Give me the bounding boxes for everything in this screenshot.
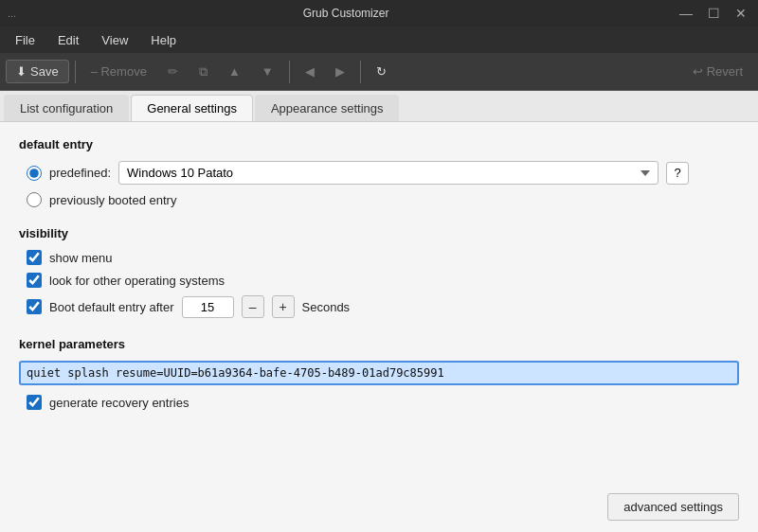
kernel-parameters-title: kernel parameters bbox=[19, 337, 739, 351]
look-other-os-label: look for other operating systems bbox=[49, 274, 225, 288]
kernel-parameters-section: kernel parameters generate recovery entr… bbox=[19, 337, 739, 410]
refresh-icon: ↻ bbox=[376, 64, 387, 79]
show-menu-row: show menu bbox=[27, 250, 739, 265]
visibility-section: visibility show menu look for other oper… bbox=[19, 226, 739, 318]
refresh-button[interactable]: ↻ bbox=[367, 61, 396, 82]
restore-button[interactable]: ☐ bbox=[704, 6, 724, 21]
boot-default-label: Boot default entry after bbox=[49, 300, 174, 314]
revert-button[interactable]: ↩ Revert bbox=[683, 61, 752, 82]
tab-appearance-settings[interactable]: Appearance settings bbox=[255, 95, 400, 121]
increment-icon: + bbox=[279, 299, 286, 314]
up-icon: ▲ bbox=[228, 64, 241, 79]
predefined-label: predefined: bbox=[49, 166, 111, 180]
boot-default-checkbox[interactable] bbox=[27, 299, 42, 314]
seconds-label: Seconds bbox=[302, 300, 351, 314]
previously-booted-label: previously booted entry bbox=[49, 193, 176, 207]
default-entry-section: default entry predefined: Windows 10 Pat… bbox=[19, 137, 739, 207]
predefined-radio[interactable] bbox=[27, 166, 42, 181]
toolbar-separator-3 bbox=[360, 61, 361, 83]
toolbar-separator-2 bbox=[289, 61, 290, 83]
visibility-title: visibility bbox=[19, 226, 739, 240]
advanced-settings-label: advanced settings bbox=[623, 500, 723, 514]
minimize-button[interactable]: — bbox=[676, 6, 696, 21]
edit-icon: ✏ bbox=[168, 64, 178, 79]
forward-button[interactable]: ▶ bbox=[326, 61, 354, 82]
revert-icon: ↩ bbox=[693, 64, 703, 79]
save-button[interactable]: ⬇ Save bbox=[6, 60, 69, 83]
remove-button[interactable]: – Remove bbox=[81, 61, 156, 82]
menu-view[interactable]: View bbox=[92, 29, 137, 51]
increment-button[interactable]: + bbox=[272, 295, 295, 318]
generate-recovery-checkbox[interactable] bbox=[27, 395, 42, 410]
copy-button[interactable]: ⧉ bbox=[190, 61, 217, 83]
look-other-os-row: look for other operating systems bbox=[27, 273, 739, 288]
menubar: File Edit View Help bbox=[0, 27, 758, 53]
previously-booted-row: previously booted entry bbox=[27, 192, 739, 207]
titlebar-controls: — ☐ ✕ bbox=[676, 6, 750, 21]
tab-bar: List configuration General settings Appe… bbox=[0, 91, 758, 122]
titlebar-dots: ... bbox=[8, 8, 16, 19]
help-button[interactable]: ? bbox=[666, 162, 689, 185]
boot-default-row: Boot default entry after – + Seconds bbox=[27, 295, 739, 318]
default-entry-title: default entry bbox=[19, 137, 739, 151]
kernel-parameters-input[interactable] bbox=[19, 361, 739, 385]
copy-icon: ⧉ bbox=[199, 64, 208, 80]
move-down-button[interactable]: ▼ bbox=[252, 61, 283, 82]
menu-edit[interactable]: Edit bbox=[48, 29, 88, 51]
menu-file[interactable]: File bbox=[6, 29, 45, 51]
look-other-os-checkbox[interactable] bbox=[27, 273, 42, 288]
menu-help[interactable]: Help bbox=[141, 29, 186, 51]
titlebar-title: Grub Customizer bbox=[303, 7, 389, 20]
previously-booted-radio[interactable] bbox=[27, 192, 42, 207]
decrement-icon: – bbox=[249, 299, 257, 314]
titlebar: ... Grub Customizer — ☐ ✕ bbox=[0, 0, 758, 27]
timeout-input[interactable] bbox=[182, 296, 234, 318]
predefined-dropdown[interactable]: Windows 10 Patato bbox=[118, 161, 659, 185]
decrement-button[interactable]: – bbox=[242, 295, 264, 318]
generate-recovery-label: generate recovery entries bbox=[49, 396, 189, 410]
advanced-settings-button[interactable]: advanced settings bbox=[607, 493, 739, 521]
predefined-row: predefined: Windows 10 Patato ? bbox=[27, 161, 739, 185]
save-label: Save bbox=[30, 64, 59, 79]
toolbar: ⬇ Save – Remove ✏ ⧉ ▲ ▼ ◀ ▶ ↻ ↩ Revert bbox=[0, 53, 758, 91]
back-icon: ◀ bbox=[305, 64, 315, 79]
bottom-bar: advanced settings bbox=[0, 486, 758, 532]
down-icon: ▼ bbox=[262, 64, 274, 79]
generate-recovery-row: generate recovery entries bbox=[27, 395, 739, 410]
move-up-button[interactable]: ▲ bbox=[219, 61, 250, 82]
edit-button[interactable]: ✏ bbox=[158, 61, 188, 82]
settings-panel: default entry predefined: Windows 10 Pat… bbox=[0, 122, 758, 486]
close-button[interactable]: ✕ bbox=[731, 6, 750, 21]
save-icon: ⬇ bbox=[16, 64, 27, 79]
forward-icon: ▶ bbox=[335, 64, 345, 79]
toolbar-separator-1 bbox=[75, 61, 76, 83]
revert-label: Revert bbox=[707, 64, 743, 79]
back-button[interactable]: ◀ bbox=[296, 61, 324, 82]
show-menu-checkbox[interactable] bbox=[27, 250, 42, 265]
tab-general-settings[interactable]: General settings bbox=[131, 95, 253, 121]
help-icon: ? bbox=[674, 166, 680, 180]
show-menu-label: show menu bbox=[49, 251, 112, 265]
remove-label: – Remove bbox=[91, 64, 147, 79]
content-area: List configuration General settings Appe… bbox=[0, 91, 758, 532]
tab-list-configuration[interactable]: List configuration bbox=[4, 95, 129, 121]
